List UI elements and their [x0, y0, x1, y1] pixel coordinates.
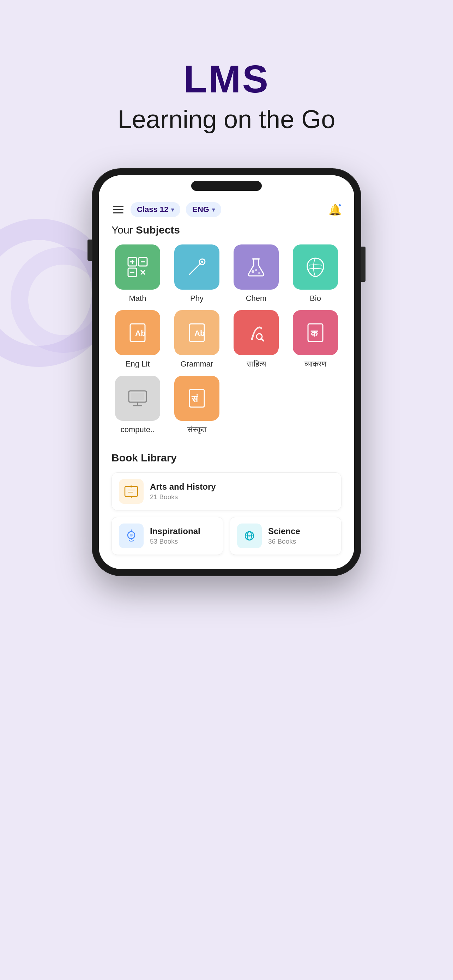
class-dropdown[interactable]: Class 12 ▾ [130, 202, 180, 217]
library-section-title: Book Library [111, 452, 342, 464]
notification-bell-icon[interactable]: 🔔 [329, 204, 342, 216]
lang-dropdown[interactable]: ENG ▾ [186, 202, 221, 217]
sahitya-icon [244, 320, 269, 345]
chem-icon [244, 255, 269, 279]
computer-icon [125, 386, 150, 410]
book-card-inspirational[interactable]: Inspirational 53 Books [111, 517, 223, 555]
subject-bio[interactable]: Bio [289, 245, 342, 303]
svg-text:Ab: Ab [194, 329, 205, 337]
science-icon [242, 528, 257, 544]
inspirational-count: 53 Books [150, 538, 200, 546]
phone-mockup: Class 12 ▾ ENG ▾ 🔔 Your Subjects [92, 169, 361, 575]
arts-icon [124, 484, 139, 499]
subjects-section-title: Your Subjects [111, 224, 342, 236]
lang-chevron-icon: ▾ [212, 206, 215, 213]
svg-text:Ab: Ab [135, 329, 145, 337]
svg-point-15 [258, 272, 261, 274]
science-title: Science [268, 527, 300, 536]
lms-title: LMS [118, 56, 335, 101]
subject-phy[interactable]: Phy [171, 245, 223, 303]
science-book-info: Science 36 Books [268, 527, 300, 546]
subject-grammar[interactable]: Ab Grammar [171, 310, 223, 369]
inspirational-title: Inspirational [150, 527, 200, 536]
science-icon-box [237, 523, 262, 548]
class-chevron-icon: ▾ [171, 206, 174, 213]
subjects-grid: Math Phy [111, 245, 342, 434]
subject-math[interactable]: Math [111, 245, 164, 303]
svg-line-12 [189, 271, 193, 274]
subject-englit[interactable]: Ab Eng Lit [111, 310, 164, 369]
arts-title: Arts and History [150, 482, 216, 492]
hamburger-icon[interactable] [111, 205, 125, 215]
arts-book-info: Arts and History 21 Books [150, 482, 216, 501]
inspirational-book-info: Inspirational 53 Books [150, 527, 200, 546]
svg-point-10 [201, 261, 203, 263]
svg-rect-31 [125, 487, 138, 496]
subject-sahitya[interactable]: साहित्य [230, 310, 282, 369]
svg-point-14 [251, 270, 254, 273]
svg-point-37 [130, 534, 133, 536]
math-icon [125, 255, 150, 279]
bio-icon [303, 255, 328, 279]
svg-point-16 [255, 269, 257, 271]
notification-dot [338, 204, 342, 207]
svg-point-34 [130, 485, 132, 488]
svg-line-22 [261, 339, 264, 341]
inspirational-icon-box [119, 523, 144, 548]
svg-point-41 [248, 535, 251, 537]
subject-computer[interactable]: compute.. [111, 376, 164, 434]
book-cards-grid: Arts and History 21 Books [111, 473, 342, 555]
science-count: 36 Books [268, 538, 300, 546]
phone-notch [191, 181, 262, 191]
phy-icon [184, 255, 209, 279]
book-card-science[interactable]: Science 36 Books [230, 517, 342, 555]
arts-count: 21 Books [150, 493, 216, 501]
svg-text:क: क [310, 328, 318, 339]
sanskrit-icon: सं [184, 386, 209, 410]
book-library-section: Book Library [111, 452, 342, 555]
grammar-icon: Ab [184, 320, 209, 345]
subject-chem[interactable]: Chem [230, 245, 282, 303]
svg-text:सं: सं [191, 394, 198, 404]
subject-vyakaran[interactable]: क व्याकरण [289, 310, 342, 369]
inspirational-icon [124, 528, 139, 544]
book-card-arts[interactable]: Arts and History 21 Books [111, 473, 342, 511]
svg-rect-28 [131, 393, 144, 400]
top-bar: Class 12 ▾ ENG ▾ 🔔 [111, 194, 342, 224]
vyakaran-icon: क [303, 320, 328, 345]
lms-subtitle: Learning on the Go [118, 105, 335, 134]
arts-icon-box [119, 479, 144, 504]
subject-sanskrit[interactable]: सं संस्कृत [171, 376, 223, 434]
englit-icon: Ab [125, 320, 150, 345]
